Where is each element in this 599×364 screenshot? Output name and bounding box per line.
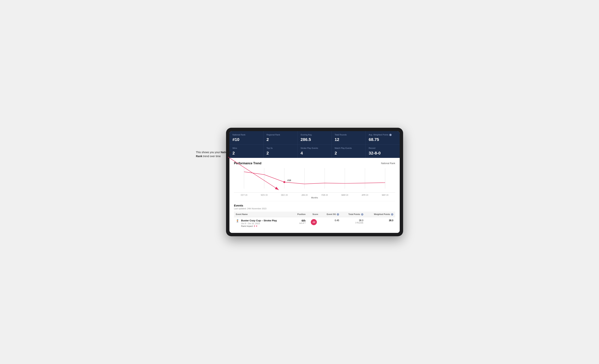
- stats-row-2: Wins 2 Top 3s 2 Stroke Play Events 4 Mat…: [229, 144, 400, 158]
- info-icon-total: i: [361, 213, 363, 215]
- stats-row-1: National Rank #10 Regional Rank 2 Scorin…: [229, 131, 400, 144]
- score-badge: -22: [311, 219, 317, 225]
- col-event-sg: Event SG i: [320, 212, 341, 217]
- stat-national-rank-value: #10: [232, 137, 260, 142]
- chart-axis-title: Months: [234, 196, 395, 199]
- event-position-of: out of 7: [294, 222, 306, 224]
- stat-top3s: Top 3s 2: [264, 144, 298, 158]
- stat-total-rounds-label: Total Rounds: [335, 133, 362, 136]
- x-label-jan24: JAN 24: [294, 194, 315, 196]
- stat-avg-weighted-label: Avg. Weighted Points i: [369, 133, 397, 136]
- stat-stroke-play-label: Stroke Play Events: [301, 147, 328, 149]
- tablet: National Rank #10 Regional Rank 2 Scorin…: [226, 128, 403, 236]
- stat-wins: Wins 2: [229, 144, 264, 158]
- total-points-cell: 28.3 3 Rounds: [341, 217, 365, 229]
- stat-record-value: 32-8-0: [369, 151, 397, 156]
- x-label-mar24: MAR 24: [335, 194, 355, 196]
- stat-stroke-play: Stroke Play Events 4: [298, 144, 332, 158]
- x-label-nov23: NOV 23: [254, 194, 274, 196]
- stat-wins-label: Wins: [232, 147, 260, 149]
- stat-regional-rank: Regional Rank 2: [264, 131, 298, 144]
- event-position: 6th: [294, 219, 306, 222]
- weighted-points-cell: 28.3: [365, 217, 395, 229]
- event-score-cell: -22: [308, 217, 320, 229]
- annotation-text: This shows you your National Rank trend …: [196, 151, 231, 158]
- col-event-name: Event Name: [234, 212, 292, 217]
- x-label-oct23: OCT 23: [234, 194, 254, 196]
- stat-scoring-avg: Scoring Avg. 286.5: [298, 131, 332, 144]
- events-table-header-row: Event Name Position Score Event SG i Tot…: [234, 212, 395, 217]
- annotation: This shows you your National Rank trend …: [196, 150, 234, 158]
- event-sg-value: 0.45: [335, 219, 339, 222]
- stat-avg-weighted: Avg. Weighted Points i 68.75: [366, 131, 400, 144]
- x-label-dec23: DEC 23: [274, 194, 294, 196]
- rank-direction-icon: ▼: [255, 225, 258, 227]
- total-rounds: 3 Rounds: [343, 222, 363, 224]
- event-date: Oct 9 - Oct 10, 2023: [241, 222, 277, 225]
- rank-impact-value: 3: [254, 225, 255, 227]
- scene: This shows you your National Rank trend …: [196, 128, 403, 236]
- stat-national-rank-label: National Rank: [232, 133, 260, 136]
- stat-national-rank: National Rank #10: [229, 131, 264, 144]
- stat-wins-value: 2: [232, 151, 260, 156]
- info-icon-weighted: i: [391, 213, 393, 215]
- col-score: Score: [308, 212, 320, 217]
- stat-scoring-avg-value: 286.5: [301, 137, 328, 142]
- stat-match-play: Match Play Events 2: [332, 144, 366, 158]
- weighted-points-value: 28.3: [389, 219, 393, 222]
- x-label-apr24: APR 24: [355, 194, 375, 196]
- tablet-screen: National Rank #10 Regional Rank 2 Scorin…: [229, 131, 400, 233]
- table-row: 🏌 Buster Cozy Cup – Stroke Play Oct 9 - …: [234, 217, 395, 229]
- stat-record: Record 32-8-0: [366, 144, 400, 158]
- chart-svg: #10: [234, 168, 395, 192]
- x-label-may24: MAY 24: [375, 194, 395, 196]
- stat-top3s-label: Top 3s: [266, 147, 294, 149]
- col-position: Position: [292, 212, 308, 217]
- event-name-cell: 🏌 Buster Cozy Cup – Stroke Play Oct 9 - …: [234, 217, 292, 229]
- stat-top3s-value: 2: [266, 151, 294, 156]
- event-sg-cell: 0.45: [320, 217, 341, 229]
- trend-header: Performance Trend National Rank: [234, 162, 395, 165]
- event-rank-impact: Rank Impact: 3 ▼: [241, 225, 277, 227]
- events-section: Events Last updated: 24th November 2023 …: [234, 201, 395, 229]
- svg-text:#10: #10: [287, 179, 291, 182]
- events-title: Events: [234, 204, 395, 207]
- chart-x-labels: OCT 23 NOV 23 DEC 23 JAN 24 FEB 24 MAR 2…: [234, 193, 395, 196]
- col-weighted-points: Weighted Points i: [365, 212, 395, 217]
- trend-title: Performance Trend: [234, 162, 261, 165]
- content-area: Performance Trend National Rank: [229, 158, 400, 233]
- stat-total-rounds-value: 12: [335, 137, 362, 142]
- x-label-feb24: FEB 24: [315, 194, 335, 196]
- stat-regional-rank-label: Regional Rank: [266, 133, 294, 136]
- stat-regional-rank-value: 2: [266, 137, 294, 142]
- events-table: Event Name Position Score Event SG i Tot…: [234, 212, 395, 229]
- trend-label: National Rank: [381, 162, 395, 165]
- svg-point-10: [283, 181, 285, 183]
- events-last-updated: Last updated: 24th November 2023: [234, 207, 395, 210]
- stat-record-label: Record: [369, 147, 397, 149]
- info-icon-avg-weighted: i: [389, 134, 392, 136]
- stat-scoring-avg-label: Scoring Avg.: [301, 133, 328, 136]
- col-total-points: Total Points i: [341, 212, 365, 217]
- stat-stroke-play-value: 4: [301, 151, 328, 156]
- stat-total-rounds: Total Rounds 12: [332, 131, 366, 144]
- stat-match-play-label: Match Play Events: [335, 147, 362, 149]
- total-points-value: 28.3: [343, 219, 363, 222]
- event-name: Buster Cozy Cup – Stroke Play: [241, 219, 277, 222]
- stat-match-play-value: 2: [335, 151, 362, 156]
- chart-container: #10: [234, 168, 395, 193]
- stat-avg-weighted-value: 68.75: [369, 137, 397, 142]
- event-position-cell: 6th out of 7: [292, 217, 308, 229]
- info-icon-sg: i: [337, 213, 339, 215]
- event-icon: 🏌: [236, 219, 240, 223]
